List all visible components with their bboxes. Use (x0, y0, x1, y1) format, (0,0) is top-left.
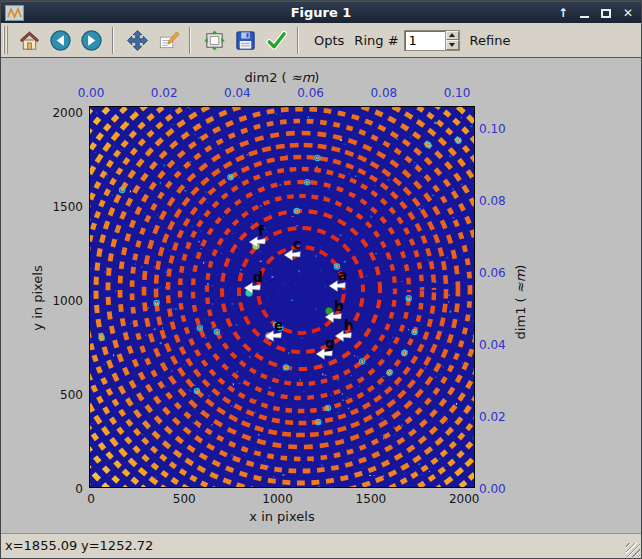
resize-grip[interactable] (626, 543, 640, 557)
tick-label: 0.00 (479, 482, 506, 496)
maximize-button[interactable] (601, 9, 611, 18)
check-icon (265, 29, 288, 52)
tick-label: 0.02 (151, 86, 178, 100)
spin-up-button[interactable] (446, 31, 459, 41)
configure-subplots-button[interactable] (201, 27, 227, 53)
back-button[interactable] (47, 27, 73, 53)
tick-label: 0 (75, 482, 83, 496)
close-button[interactable]: ✕ (623, 2, 633, 24)
top-axis-label: dim2 ( ≈m) (89, 70, 475, 85)
toolbar-separator (297, 27, 299, 54)
home-icon (18, 29, 41, 52)
tick-label: 500 (173, 492, 196, 506)
tick-label: 0.00 (78, 86, 105, 100)
point-letter: c (293, 236, 301, 252)
apply-button[interactable] (263, 27, 289, 53)
tick-label: 0.08 (370, 86, 397, 100)
tick-label: 0.06 (479, 266, 506, 280)
cursor-x-readout: x=1855.09 (5, 538, 77, 553)
status-bar: x=1855.09 y=1252.72 (1, 533, 641, 558)
ring-number-spinbox[interactable]: 1 (404, 30, 460, 51)
point-letter: e (274, 317, 283, 333)
point-letter: f (258, 223, 264, 239)
tick-label: 2000 (449, 492, 480, 506)
point-letter: d (253, 269, 263, 285)
toolbar-separator (112, 27, 114, 54)
right-axis-ticks: 0.000.020.040.060.080.10 (478, 106, 538, 488)
tick-label: 0.04 (479, 338, 506, 352)
pan-button[interactable] (124, 27, 150, 53)
ring-number-value[interactable]: 1 (405, 31, 445, 50)
cursor-y-readout: y=1252.72 (81, 538, 153, 553)
window-title: Figure 1 (1, 5, 641, 20)
point-letter: a (338, 267, 347, 283)
y-axis-label: y in pixels (30, 265, 45, 330)
point-letter: h (344, 317, 354, 333)
x-axis-ticks: 0500100015002000 (89, 492, 475, 507)
toolbar-grip[interactable] (3, 26, 11, 54)
tick-label: 0.06 (297, 86, 324, 100)
title-bar[interactable]: Figure 1 ↑ ✕ (1, 1, 641, 23)
tick-label: 0 (87, 492, 95, 506)
plot-background (89, 106, 475, 488)
save-floppy-icon (234, 29, 257, 52)
spin-down-button[interactable] (446, 40, 459, 50)
tick-label: 2000 (52, 106, 83, 120)
edit-pencil-icon (157, 29, 180, 52)
point-letter: g (325, 335, 335, 351)
forward-button[interactable] (78, 27, 104, 53)
chevron-down-icon (449, 43, 455, 47)
opts-button[interactable]: Opts (314, 33, 344, 48)
x-axis-label: x in pixels (89, 509, 475, 524)
refine-button[interactable]: Refine (470, 33, 511, 48)
edit-button[interactable] (155, 27, 181, 53)
point-letter: b (334, 298, 344, 314)
subplots-icon (203, 29, 226, 52)
ring-number-label: Ring # (354, 33, 398, 48)
tick-label: 0.10 (479, 122, 506, 136)
tick-label: 1500 (356, 492, 387, 506)
tick-label: 1500 (52, 200, 83, 214)
diffraction-plot[interactable]: abcdefgh (89, 106, 475, 488)
tick-label: 1000 (52, 294, 83, 308)
shade-button[interactable]: ↑ (558, 2, 568, 24)
right-axis-label: dim1 ( ≈m) (513, 265, 528, 340)
minimize-button[interactable] (580, 16, 589, 18)
tick-label: 500 (60, 388, 83, 402)
top-axis-ticks: 0.000.020.040.060.080.10 (89, 86, 475, 101)
forward-icon (80, 29, 103, 52)
figure-window: Figure 1 ↑ ✕ (0, 0, 642, 559)
tick-label: 1000 (262, 492, 293, 506)
chevron-up-icon (449, 33, 455, 37)
tick-label: 0.08 (479, 194, 506, 208)
pan-icon (126, 29, 149, 52)
tick-label: 0.02 (479, 410, 506, 424)
toolbar: Opts Ring # 1 Refine (1, 23, 641, 58)
tick-label: 0.04 (224, 86, 251, 100)
toolbar-separator (189, 27, 191, 54)
back-icon (49, 29, 72, 52)
figure-canvas: dim2 ( ≈m) 0.000.020.040.060.080.10 2000… (1, 59, 641, 533)
tick-label: 0.10 (444, 86, 471, 100)
save-button[interactable] (232, 27, 258, 53)
home-button[interactable] (16, 27, 42, 53)
